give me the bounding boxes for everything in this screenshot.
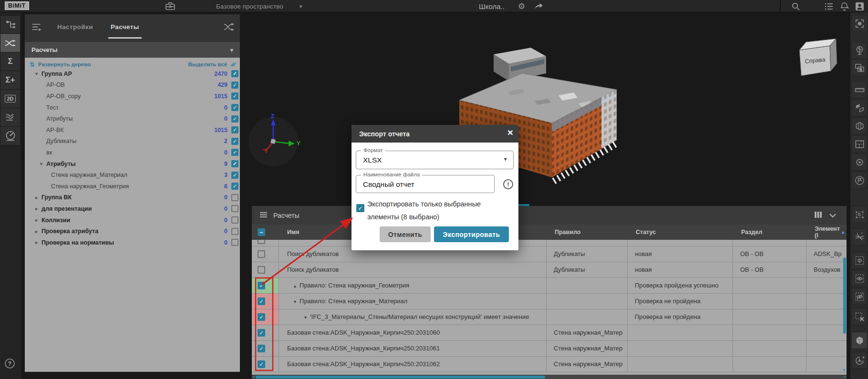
expand-tree-link[interactable]: Развернуть дерево <box>38 61 91 67</box>
row-checkbox[interactable]: ✓ <box>258 282 265 289</box>
tree-item[interactable]: Дубликаты2✓ <box>25 136 240 147</box>
tree-item-checkbox[interactable]: ✓ <box>231 172 238 179</box>
tree-item-checkbox[interactable]: ✓ <box>231 138 238 145</box>
tree-item[interactable]: вк0✓ <box>25 147 240 158</box>
app-logo[interactable]: BiMiT <box>5 1 29 10</box>
filename-warning-icon[interactable]: ! <box>503 179 513 189</box>
tree-caret-icon[interactable]: ▸ <box>35 217 41 223</box>
tree-caret-icon[interactable]: ▸ <box>35 195 41 200</box>
double-check-icon[interactable]: ✓✓ <box>230 61 237 68</box>
table-row[interactable]: ✓▴Правило: Стена наружная_ГеометрияПрове… <box>252 278 847 294</box>
close-icon[interactable]: × <box>507 127 513 138</box>
focus-fit-button[interactable] <box>851 15 868 32</box>
select-all-link[interactable]: Выделить всё <box>188 61 227 67</box>
help-button[interactable]: ? <box>5 359 15 369</box>
tree-item[interactable]: Стена наружная_Геометрия6✓ <box>25 181 240 192</box>
tree-item[interactable]: ▾Атрибуты9✓ <box>25 158 240 170</box>
tree-item-checkbox[interactable]: ✓ <box>231 70 238 77</box>
tree-item-checkbox[interactable]: ✓ <box>231 115 238 123</box>
select-all-rows-checkbox[interactable]: – <box>252 225 279 240</box>
sum-add-button[interactable]: Σ+ <box>0 71 21 90</box>
scroll-down-icon[interactable]: ▼ <box>842 368 846 372</box>
filename-field[interactable]: Наименование файла Сводный отчет <box>356 175 495 193</box>
results-menu-icon[interactable] <box>259 211 268 220</box>
flag-view-button[interactable] <box>851 172 868 189</box>
table-row[interactable]: Поиск дубликатовДубликатыноваяОВ - ОВВоз… <box>252 262 847 278</box>
section-collapse-icon[interactable]: ▾ <box>230 47 233 53</box>
tree-caret-icon[interactable]: ▸ <box>35 229 41 234</box>
tree-item-checkbox[interactable]: ✓ <box>231 183 238 190</box>
axis-gizmo[interactable]: Z Y <box>245 113 302 170</box>
model-tree-button[interactable] <box>0 15 21 34</box>
orbit-gizmo-button[interactable] <box>851 352 868 369</box>
tree-item-checkbox[interactable] <box>231 205 238 212</box>
tree-item[interactable]: ▸Проверка атрибута0 <box>25 225 240 237</box>
table-row[interactable]: ✓Базовая стена:ADSK_Наружная_Кирпич250:2… <box>252 325 847 341</box>
columns-settings-icon[interactable] <box>815 211 822 220</box>
select-caret-icon[interactable]: ▾ <box>504 155 507 163</box>
table-row[interactable]: ✓Базовая стена:ADSK_Наружная_Кирпич250:2… <box>252 357 847 372</box>
search-icon[interactable] <box>791 0 800 12</box>
tree-item-checkbox[interactable] <box>231 239 238 246</box>
tree-item-checkbox[interactable] <box>231 194 238 201</box>
tree-caret-icon[interactable]: ▾ <box>40 161 46 166</box>
tree-item[interactable]: Стена наружная_Материал3✓ <box>25 169 240 181</box>
horizontal-scrollbar[interactable]: ◂ ▸ <box>252 375 847 379</box>
tree-caret-icon[interactable]: ▸ <box>35 206 41 211</box>
tree-caret-icon[interactable]: ▸ <box>35 240 41 245</box>
tree-item[interactable]: ▸Проверка на нормативы0 <box>25 237 240 248</box>
tree-item-checkbox[interactable] <box>231 228 238 235</box>
model-solid-button[interactable] <box>851 332 868 349</box>
view-2d-button[interactable]: 2D <box>0 90 21 108</box>
calculations-section-header[interactable]: Расчеты ▾ <box>25 42 240 58</box>
section-flip-button[interactable] <box>851 99 868 116</box>
tree-item[interactable]: ▸Коллизии0 <box>25 215 240 226</box>
column-header-status[interactable]: Статус <box>628 225 733 240</box>
tree-item[interactable]: ▸Группа ВК0 <box>25 192 240 204</box>
row-expand-icon[interactable]: ▴ <box>294 283 296 288</box>
section-box-button[interactable] <box>851 117 868 134</box>
hide-elements-button[interactable] <box>851 288 868 305</box>
graphs-button[interactable] <box>0 108 21 127</box>
sum-button[interactable]: Σ <box>0 52 21 71</box>
tree-item[interactable]: Тест0✓ <box>25 102 240 113</box>
collapse-panel-icon[interactable] <box>829 211 836 220</box>
horizontal-scrollbar-thumb[interactable] <box>256 376 545 379</box>
column-header-rule[interactable]: Правило <box>547 225 628 240</box>
checks-shuffle-button[interactable] <box>0 34 21 52</box>
tree-item-checkbox[interactable]: ✓ <box>231 160 238 167</box>
sort-asc-icon[interactable]: ▲ <box>841 230 845 235</box>
row-checkbox[interactable] <box>258 266 265 274</box>
tree-item[interactable]: ▾Группа АР2470✓ <box>25 68 240 80</box>
row-checkbox[interactable]: ✓ <box>258 297 265 305</box>
tree-item-checkbox[interactable]: ✓ <box>231 126 238 133</box>
tree-item[interactable]: ▸для презентации0 <box>25 203 240 215</box>
share-icon[interactable] <box>534 0 544 12</box>
row-expand-icon[interactable]: ▾ <box>304 315 307 320</box>
tree-item[interactable]: АР-ОВ_copy1015✓ <box>25 91 240 102</box>
collision-pair-button[interactable]: 12 <box>851 228 868 246</box>
tree-item-checkbox[interactable]: ✓ <box>231 92 238 100</box>
format-select[interactable]: Формат XLSX ▾ <box>356 151 514 169</box>
table-row[interactable]: ✓▾Правило: Стена наружная_МатериалПровер… <box>252 294 847 309</box>
view-cube[interactable]: Справа <box>792 36 839 83</box>
tree-item[interactable]: Атрибуты0✓ <box>25 113 240 124</box>
row-checkbox[interactable]: ✓ <box>258 360 265 368</box>
cancel-button[interactable]: Отменить <box>380 226 431 242</box>
tree-caret-icon[interactable]: ▾ <box>35 71 41 76</box>
show-elements-button[interactable] <box>851 270 868 287</box>
tree-item[interactable]: АР-ВК1015✓ <box>25 124 240 136</box>
column-header-section[interactable]: Раздел <box>733 225 806 240</box>
account-icon[interactable] <box>855 0 864 12</box>
isolate-selection-button[interactable] <box>851 59 868 76</box>
row-checkbox[interactable]: ✓ <box>258 313 265 321</box>
table-row[interactable]: Поиск дубликатовДубликатыноваяОВ - ОВADS… <box>252 246 847 262</box>
tab-settings[interactable]: Настройки <box>57 23 93 31</box>
column-header-element[interactable]: Элемент (I▲ <box>806 225 847 240</box>
floor-plan-button[interactable] <box>851 135 868 153</box>
row-checkbox[interactable]: ✓ <box>258 345 265 352</box>
vertical-scrollbar[interactable] <box>843 257 846 334</box>
notifications-bell-icon[interactable] <box>840 0 849 12</box>
tree-item-checkbox[interactable]: ✓ <box>231 104 238 111</box>
model-structure-button[interactable] <box>851 42 868 59</box>
